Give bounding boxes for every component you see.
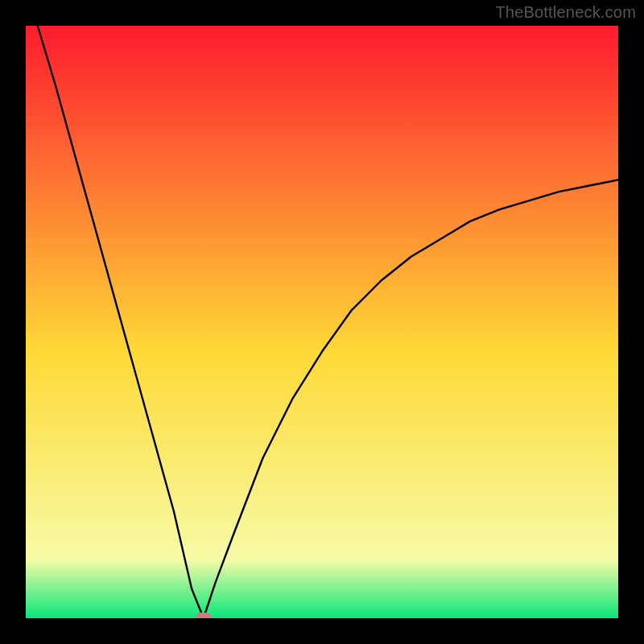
- plot-background: [26, 26, 618, 618]
- watermark-text: TheBottleneck.com: [495, 3, 636, 22]
- chart-frame: TheBottleneck.com: [0, 0, 644, 644]
- minimum-marker: [196, 613, 212, 618]
- bottleneck-chart: [26, 26, 618, 618]
